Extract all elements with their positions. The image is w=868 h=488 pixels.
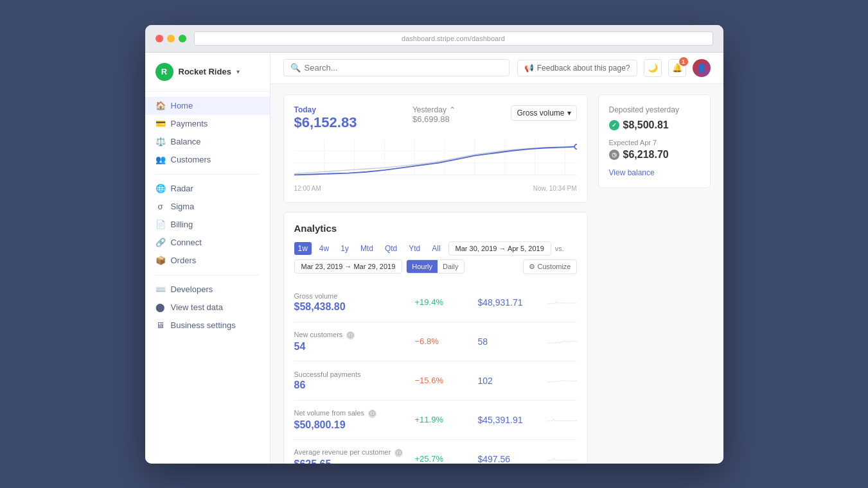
- sidebar-item-balance[interactable]: ⚖️ Balance: [145, 133, 270, 151]
- brand[interactable]: R Rocket Rides ▾: [145, 63, 270, 92]
- sigma-icon: σ: [155, 202, 166, 212]
- notification-badge: 1: [679, 57, 688, 66]
- customize-button[interactable]: ⚙ Customize: [523, 259, 577, 274]
- orders-icon: 📦: [155, 256, 166, 266]
- billing-icon: 📄: [155, 220, 166, 230]
- expected-amount: $6,218.70: [623, 149, 669, 161]
- sidebar-item-developers-label: Developers: [171, 284, 213, 294]
- sidebar-item-orders[interactable]: 📦 Orders: [145, 252, 270, 270]
- metric-avg-revenue-label: Average revenue per customer ⓘ: [294, 448, 410, 457]
- settings-icon: 🖥: [155, 320, 166, 331]
- nav-divider-1: [155, 174, 260, 175]
- revenue-selector[interactable]: Gross volume ▾: [511, 105, 576, 121]
- search-bar[interactable]: 🔍: [283, 59, 509, 76]
- metric-net-volume-info: Net volume from sales ⓘ $50,800.19: [294, 409, 410, 431]
- main-content: 🔍 📢 Feedback about this page? 🌙 🔔 1: [270, 53, 723, 464]
- vs-label: vs.: [555, 245, 564, 252]
- traffic-lights: [155, 35, 186, 42]
- sidebar-item-sigma[interactable]: σ Sigma: [145, 198, 270, 216]
- revenue-yesterday-section: Yesterday ⌃ $6,699.88: [412, 105, 456, 124]
- revenue-chart: [294, 137, 577, 182]
- metric-successful-payments-info: Successful payments 86: [294, 370, 410, 391]
- sidebar-item-radar[interactable]: 🌐 Radar: [145, 180, 270, 198]
- metric-new-customers-compare: 58: [478, 336, 542, 347]
- balance-icon: ⚖️: [155, 137, 166, 147]
- metric-row-new-customers: New customers ⓘ 54 −6.8% 58: [294, 322, 577, 362]
- payments-icon: 💳: [155, 119, 166, 129]
- sidebar-item-business-settings-label: Business settings: [171, 320, 236, 330]
- minimize-button-icon[interactable]: [167, 35, 175, 42]
- sidebar-item-billing-label: Billing: [171, 220, 193, 229]
- avg-revenue-info-icon[interactable]: ⓘ: [394, 449, 403, 457]
- sidebar-item-customers[interactable]: 👥 Customers: [145, 151, 270, 169]
- notification-button[interactable]: 🔔 1: [668, 59, 686, 77]
- sidebar-item-home-label: Home: [171, 101, 193, 110]
- date-range-compare[interactable]: Mar 23, 2019 → Mar 29, 2019: [294, 259, 403, 274]
- metric-net-volume-label: Net volume from sales ⓘ: [294, 409, 410, 418]
- period-btn-1y[interactable]: 1y: [337, 242, 353, 255]
- chart-time-labels: 12:00 AM Now, 10:34 PM: [294, 185, 577, 192]
- content-area: Today $6,152.83 Yesterday ⌃ $6,699.88: [270, 84, 723, 464]
- metric-avg-revenue-change: +25.7%: [415, 454, 473, 464]
- metric-row-net-volume: Net volume from sales ⓘ $50,800.19 +11.9…: [294, 401, 577, 440]
- period-btn-qtd[interactable]: Qtd: [381, 242, 401, 255]
- metric-avg-revenue-info: Average revenue per customer ⓘ $625.65: [294, 448, 410, 464]
- sidebar-item-home[interactable]: 🏠 Home: [145, 97, 270, 115]
- test-data-icon: ⬤: [155, 302, 166, 313]
- sidebar-item-connect-label: Connect: [171, 238, 202, 247]
- deposited-value: ✓ $8,500.81: [609, 119, 700, 131]
- metric-gross-volume-info: Gross volume $58,438.80: [294, 292, 410, 313]
- date-range-current[interactable]: Mar 30, 2019 → Apr 5, 2019: [448, 241, 551, 256]
- today-label: Today: [294, 105, 357, 114]
- net-volume-info-icon[interactable]: ⓘ: [368, 410, 376, 418]
- sidebar-item-test-data-label: View test data: [171, 302, 223, 312]
- period-btn-all[interactable]: All: [428, 242, 444, 255]
- date-range-current-text: Mar 30, 2019 → Apr 5, 2019: [456, 245, 544, 252]
- sidebar-item-sigma-label: Sigma: [171, 202, 195, 211]
- period-btn-mtd[interactable]: Mtd: [357, 242, 377, 255]
- period-btn-ytd[interactable]: Ytd: [405, 242, 424, 255]
- developers-icon: ⌨️: [155, 284, 166, 295]
- metric-new-customers-info: New customers ⓘ 54: [294, 331, 410, 353]
- feedback-button[interactable]: 📢 Feedback about this page?: [517, 60, 637, 76]
- new-customers-info-icon[interactable]: ⓘ: [346, 331, 355, 340]
- metric-avg-revenue-value: $625.65: [294, 458, 410, 464]
- radar-icon: 🌐: [155, 184, 166, 194]
- metric-successful-payments-change: −15.6%: [415, 376, 473, 385]
- sidebar-item-business-settings[interactable]: 🖥 Business settings: [145, 317, 270, 335]
- metric-net-volume-sparkline: [547, 407, 577, 433]
- maximize-button-icon[interactable]: [179, 35, 186, 42]
- metric-gross-volume-compare: $48,931.71: [478, 297, 542, 308]
- period-btn-1w[interactable]: 1w: [294, 242, 312, 255]
- period-btn-4w[interactable]: 4w: [315, 242, 333, 255]
- address-bar: dashboard.stripe.com/dashboard: [194, 31, 713, 46]
- close-button-icon[interactable]: [155, 35, 163, 42]
- sidebar-item-customers-label: Customers: [171, 155, 211, 164]
- granularity-hourly[interactable]: Hourly: [407, 260, 438, 273]
- avatar[interactable]: 👤: [693, 59, 711, 77]
- metric-net-volume-compare: $45,391.91: [478, 415, 542, 425]
- sidebar-item-payments[interactable]: 💳 Payments: [145, 115, 270, 133]
- feedback-label: Feedback about this page?: [537, 64, 630, 73]
- metric-gross-volume-value: $58,438.80: [294, 301, 410, 313]
- metric-new-customers-sparkline: [547, 329, 577, 354]
- sidebar-item-balance-label: Balance: [171, 137, 201, 146]
- analytics-filters: 1w 4w 1y Mtd Qtd Ytd All Mar 30, 2019 → …: [294, 241, 577, 274]
- search-input[interactable]: [305, 63, 502, 73]
- metric-new-customers-change: −6.8%: [415, 336, 473, 346]
- expected-label: Expected Apr 7: [609, 139, 700, 146]
- customize-label: Customize: [538, 263, 571, 270]
- metric-successful-payments-compare: 102: [478, 376, 542, 386]
- revenue-chart-svg: [294, 137, 577, 182]
- metric-avg-revenue-sparkline: [547, 446, 577, 464]
- metric-net-volume-change: +11.9%: [415, 415, 473, 424]
- theme-toggle-button[interactable]: 🌙: [644, 59, 662, 77]
- sidebar-item-developers[interactable]: ⌨️ Developers: [145, 281, 270, 299]
- sidebar-item-billing[interactable]: 📄 Billing: [145, 216, 270, 234]
- sidebar-item-view-test-data[interactable]: ⬤ View test data: [145, 299, 270, 317]
- sidebar: R Rocket Rides ▾ 🏠 Home 💳 Payments ⚖️ Ba…: [145, 53, 270, 464]
- view-balance-link[interactable]: View balance: [609, 168, 700, 177]
- sidebar-item-connect[interactable]: 🔗 Connect: [145, 234, 270, 252]
- granularity-daily[interactable]: Daily: [438, 260, 463, 273]
- deposited-card: Deposited yesterday ✓ $8,500.81 Expected…: [598, 94, 711, 188]
